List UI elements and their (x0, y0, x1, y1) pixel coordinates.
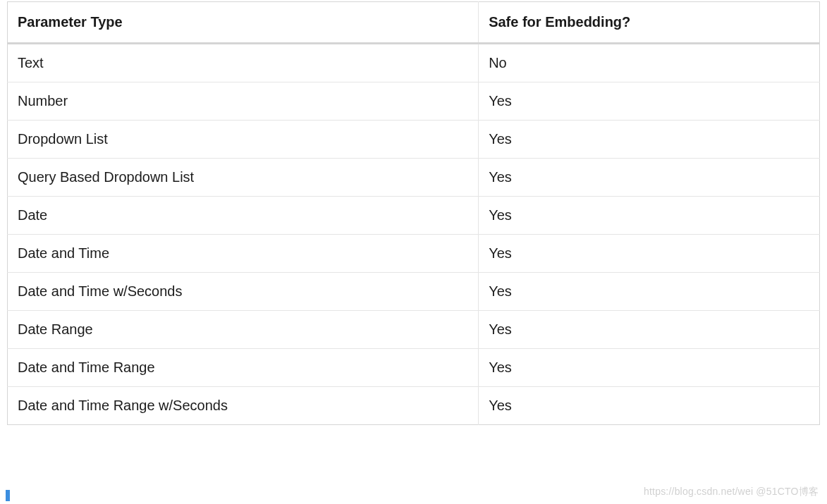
table-container: Parameter Type Safe for Embedding? Text … (0, 0, 827, 425)
cell-safe: Yes (479, 387, 820, 425)
cell-param: Dropdown List (8, 121, 479, 159)
cell-safe: Yes (479, 311, 820, 349)
table-row: Date and Time Range Yes (8, 349, 820, 387)
parameter-table: Parameter Type Safe for Embedding? Text … (7, 1, 820, 425)
cell-param: Number (8, 82, 479, 121)
header-safe-embedding: Safe for Embedding? (479, 2, 820, 44)
table-row: Date Range Yes (8, 311, 820, 349)
header-parameter-type: Parameter Type (8, 2, 479, 44)
table-body: Text No Number Yes Dropdown List Yes Que… (8, 44, 820, 425)
watermark-text: https://blog.csdn.net/wei @51CTO博客 (644, 486, 819, 498)
table-row: Query Based Dropdown List Yes (8, 159, 820, 197)
table-header-row: Parameter Type Safe for Embedding? (8, 2, 820, 44)
table-row: Number Yes (8, 82, 820, 121)
cell-param: Date (8, 197, 479, 235)
table-row: Date and Time Yes (8, 235, 820, 273)
cell-safe: No (479, 44, 820, 82)
table-row: Date and Time w/Seconds Yes (8, 273, 820, 311)
cell-param: Date and Time w/Seconds (8, 273, 479, 311)
table-row: Date and Time Range w/Seconds Yes (8, 387, 820, 425)
cell-param: Date and Time Range w/Seconds (8, 387, 479, 425)
cell-safe: Yes (479, 82, 820, 121)
table-row: Date Yes (8, 197, 820, 235)
cell-param: Date Range (8, 311, 479, 349)
cell-safe: Yes (479, 197, 820, 235)
table-row: Text No (8, 44, 820, 82)
corner-bar-decoration (6, 490, 10, 501)
cell-safe: Yes (479, 349, 820, 387)
cell-param: Date and Time (8, 235, 479, 273)
cell-param: Date and Time Range (8, 349, 479, 387)
cell-param: Query Based Dropdown List (8, 159, 479, 197)
cell-param: Text (8, 44, 479, 82)
cell-safe: Yes (479, 273, 820, 311)
cell-safe: Yes (479, 235, 820, 273)
table-row: Dropdown List Yes (8, 121, 820, 159)
cell-safe: Yes (479, 121, 820, 159)
cell-safe: Yes (479, 159, 820, 197)
